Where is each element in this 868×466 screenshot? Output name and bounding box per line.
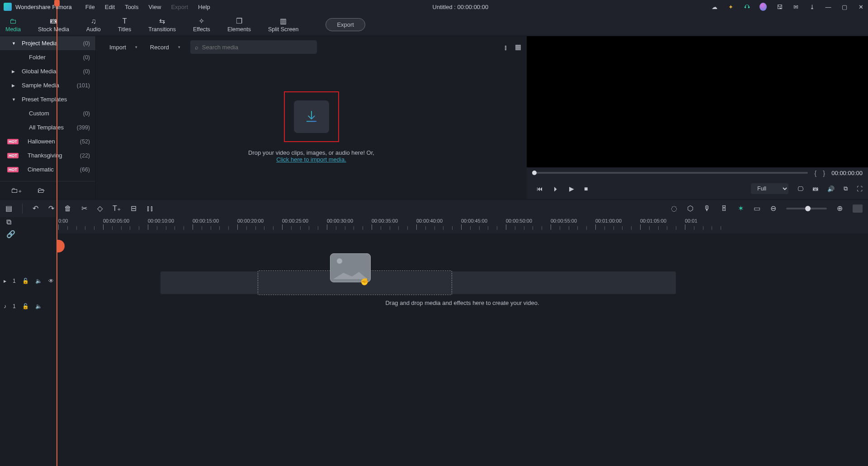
- tab-media[interactable]: 🗀Media: [5, 17, 21, 33]
- preview-zoom-select[interactable]: Full: [751, 183, 788, 194]
- zoom-slider-knob[interactable]: [805, 206, 811, 211]
- tab-elements[interactable]: ❐Elements: [227, 17, 251, 33]
- tips-icon[interactable]: ✦: [727, 4, 734, 10]
- sidebar-item-all-templates[interactable]: All Templates(399): [0, 120, 95, 134]
- sidebar-item-sample-media[interactable]: ▶Sample Media(101): [0, 78, 95, 92]
- sidebar-item-trending[interactable]: Trending(45): [0, 176, 95, 181]
- tab-stock-media[interactable]: 📷︎Stock Media: [38, 17, 69, 33]
- tab-titles[interactable]: TTitles: [118, 17, 131, 33]
- import-media-link[interactable]: Click here to import media.: [276, 156, 346, 163]
- mute-icon[interactable]: 🔈: [35, 303, 42, 309]
- filter-icon[interactable]: ⫿: [504, 43, 508, 51]
- preview-monitor: { } 00:00:00:00 ⏮ ⏵ ▶ ■ Full 🖵 📷︎ 🔊 ⧉ ⛶: [527, 36, 868, 199]
- tab-audio[interactable]: ♫Audio: [86, 17, 101, 33]
- sidebar-item-folder[interactable]: Folder(0): [0, 50, 95, 64]
- timeline-options-icon[interactable]: ⧉: [6, 218, 15, 226]
- adjust-icon[interactable]: ⊟: [131, 204, 137, 213]
- menu-help[interactable]: Help: [198, 4, 210, 10]
- sidebar-item-cinematic[interactable]: HOTCinematic(66): [0, 162, 95, 176]
- play-button[interactable]: ▶: [569, 185, 574, 192]
- preview-scrubber[interactable]: [532, 172, 808, 174]
- record-dropdown[interactable]: Record: [147, 42, 183, 52]
- lock-icon[interactable]: 🔓: [22, 303, 29, 309]
- crop-icon[interactable]: ▭: [754, 204, 760, 213]
- video-track-header[interactable]: ▸1 🔓 🔈 👁: [0, 273, 56, 289]
- grid-view-icon[interactable]: ▦: [515, 43, 521, 51]
- sidebar-item-halloween[interactable]: HOTHalloween(52): [0, 134, 95, 148]
- volume-icon[interactable]: 🔊: [827, 185, 835, 192]
- delete-button[interactable]: 🗑: [64, 204, 71, 213]
- cut-button[interactable]: ✂︎: [81, 204, 87, 213]
- sidebar-item-custom[interactable]: Custom(0): [0, 106, 95, 120]
- download-icon[interactable]: ⤓: [808, 4, 816, 10]
- zoom-out-button[interactable]: ⊖: [770, 204, 776, 213]
- marker-icon[interactable]: ⬡: [687, 204, 693, 213]
- audio-mixer-icon[interactable]: 🎚: [721, 204, 728, 213]
- zoom-in-button[interactable]: ⊕: [837, 204, 843, 213]
- cloud-icon[interactable]: ☁︎: [711, 4, 718, 10]
- maximize-button[interactable]: ▢: [841, 4, 848, 10]
- timeline-ruler[interactable]: 0:0000:00:05:0000:00:10:0000:00:15:0000:…: [57, 217, 868, 233]
- audio-track-header[interactable]: ♪1 🔓 🔈: [0, 299, 56, 314]
- preview-timecode: 00:00:00:00: [831, 170, 863, 176]
- tab-effects[interactable]: ✧Effects: [193, 17, 210, 33]
- elements-icon: ❐: [236, 17, 242, 25]
- redo-button[interactable]: ↷: [48, 204, 54, 213]
- close-button[interactable]: ✕: [857, 4, 864, 10]
- timeline-canvas[interactable]: 0:0000:00:05:0000:00:10:0000:00:15:0000:…: [57, 217, 868, 466]
- render-preview-icon[interactable]: ⧉: [844, 185, 848, 192]
- tab-transitions[interactable]: ⇆Transitions: [148, 17, 176, 33]
- search-media-field[interactable]: ⌕: [190, 40, 317, 54]
- playhead-handle[interactable]: [57, 240, 65, 252]
- music-note-icon: ♫: [91, 17, 96, 25]
- open-folder-icon[interactable]: 🗁: [38, 186, 45, 195]
- timeline-zoom-slider[interactable]: [786, 208, 827, 209]
- scrubber-handle[interactable]: [532, 171, 537, 175]
- auto-ripple-icon[interactable]: ✶: [738, 204, 744, 213]
- search-input[interactable]: [202, 44, 312, 51]
- import-drop-box[interactable]: [284, 91, 339, 142]
- fullscreen-icon[interactable]: ⛶: [857, 185, 863, 192]
- display-mode-icon[interactable]: 🖵: [797, 185, 803, 192]
- step-back-button[interactable]: ⏵: [553, 185, 559, 192]
- support-icon[interactable]: 🎧︎: [743, 4, 750, 10]
- message-icon[interactable]: ✉︎: [792, 4, 799, 10]
- mute-icon[interactable]: 🔈: [35, 278, 42, 284]
- collapse-sidebar-button[interactable]: ◂: [95, 116, 96, 132]
- fit-icon[interactable]: [853, 204, 863, 213]
- media-drop-zone[interactable]: Drop your video clips, images, or audio …: [96, 55, 527, 199]
- prev-frame-button[interactable]: ⏮: [537, 185, 543, 192]
- snapshot-icon[interactable]: 📷︎: [812, 185, 818, 192]
- grab-cursor-icon: ✊: [360, 278, 369, 286]
- audio-edit-icon[interactable]: ⫿⫿: [146, 204, 154, 213]
- menu-file[interactable]: File: [85, 4, 95, 10]
- save-icon[interactable]: 🖫: [776, 4, 783, 10]
- sidebar-item-project-media[interactable]: ▼Project Media(0): [0, 36, 95, 50]
- text-tool-icon[interactable]: T₊: [113, 204, 121, 213]
- audio-track-icon: ♪: [4, 303, 6, 309]
- menu-edit[interactable]: Edit: [105, 4, 115, 10]
- link-tracks-icon[interactable]: 🔗: [6, 230, 15, 238]
- lock-icon[interactable]: 🔓: [22, 278, 29, 284]
- visibility-icon[interactable]: 👁: [48, 278, 54, 284]
- voiceover-icon[interactable]: 🎙: [703, 204, 711, 213]
- tab-split-screen[interactable]: ▥Split Screen: [268, 17, 298, 33]
- playhead[interactable]: [57, 0, 57, 466]
- minimize-button[interactable]: —: [825, 4, 832, 10]
- chevron-right-icon: ▶: [12, 69, 15, 74]
- menu-view[interactable]: View: [148, 4, 161, 10]
- import-dropdown[interactable]: Import: [107, 42, 140, 52]
- undo-button[interactable]: ↶: [33, 204, 38, 213]
- render-icon[interactable]: ◌: [671, 204, 677, 213]
- stop-button[interactable]: ■: [584, 185, 588, 192]
- sidebar-item-preset-templates[interactable]: ▼Preset Templates: [0, 92, 95, 106]
- menu-tools[interactable]: Tools: [125, 4, 138, 10]
- mark-in-icon[interactable]: {: [814, 169, 816, 177]
- sidebar-item-global-media[interactable]: ▶Global Media(0): [0, 64, 95, 78]
- sidebar-item-thanksgiving[interactable]: HOTThanksgiving(22): [0, 148, 95, 162]
- add-folder-icon[interactable]: 🗀₊: [11, 186, 22, 195]
- mark-out-icon[interactable]: }: [823, 169, 825, 177]
- layout-icon[interactable]: ▤: [5, 204, 12, 213]
- tag-icon[interactable]: ◇: [97, 204, 103, 213]
- account-avatar[interactable]: [760, 3, 767, 11]
